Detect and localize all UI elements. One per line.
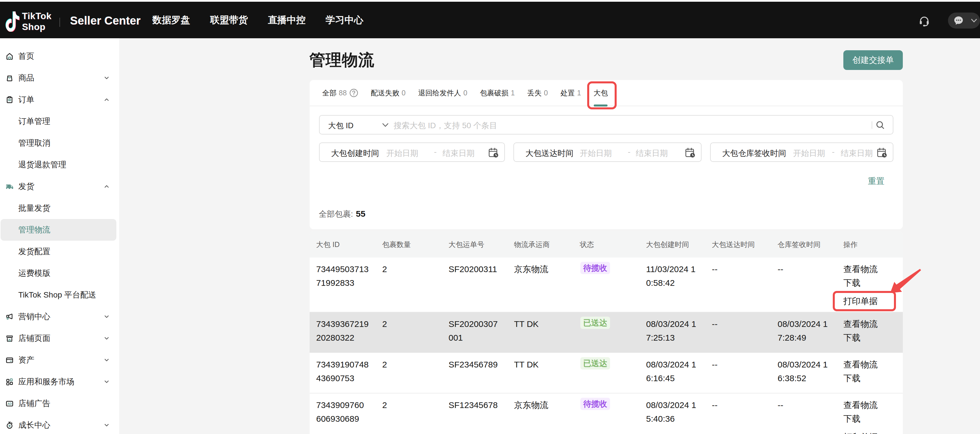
tab-delivery-failed[interactable]: 配送失败 0: [371, 80, 406, 106]
sidebar-item-label: 首页: [18, 51, 34, 62]
sidebar-item-shipping[interactable]: 发货: [0, 176, 119, 197]
column-header-package-id: 大包 ID: [310, 240, 375, 249]
sidebar-item-label: 批量发货: [18, 203, 50, 214]
sidebar-item-logistics-management[interactable]: 管理物流: [0, 219, 119, 241]
search-icon[interactable]: [876, 120, 885, 130]
date-range-dash: -: [628, 147, 630, 157]
sidebar-item-returns-refunds[interactable]: 退货退款管理: [0, 154, 119, 176]
sidebar-item-assets[interactable]: 资产: [0, 349, 119, 371]
sidebar-item-home[interactable]: 首页: [0, 45, 119, 67]
date-filter-package-created-time[interactable]: 大包创建时间 开始日期 - 结束日期: [319, 143, 505, 162]
sidebar-item-label: 店铺页面: [18, 333, 50, 344]
table-row[interactable]: 73449503713 71992833 2 SF20200311 京东物流 待…: [310, 258, 903, 312]
cell-signed-time: --: [771, 262, 837, 308]
wallet-icon: [6, 356, 13, 364]
topnav-item-academy[interactable]: 学习中心: [326, 14, 363, 27]
column-header-actions: 操作: [837, 240, 903, 249]
sidebar-item-shop-ads[interactable]: AD 店铺广告: [0, 393, 119, 414]
column-header-created-time: 大包创建时间: [640, 240, 705, 249]
cell-delivered-time: --: [705, 262, 771, 308]
sidebar-item-shipping-templates[interactable]: 运费模版: [0, 262, 119, 284]
start-date-placeholder[interactable]: 开始日期: [793, 148, 825, 159]
column-header-signed-time: 仓库签收时间: [771, 240, 837, 249]
cell-waybill: SF23456789: [442, 358, 508, 389]
action-download[interactable]: 下载: [843, 331, 903, 345]
sidebar-item-products[interactable]: 商品: [0, 67, 119, 89]
search-input[interactable]: 搜索大包 ID，支持 50 个条目: [394, 120, 497, 131]
annotation-arrow: [880, 257, 932, 300]
sidebar-item-label: 资产: [18, 355, 34, 366]
action-print-documents[interactable]: 打印单据: [843, 430, 903, 434]
brand-wordmark[interactable]: TikTokShop: [22, 11, 51, 32]
action-download[interactable]: 下载: [843, 412, 903, 426]
tab-lost[interactable]: 丢失 0: [527, 80, 548, 106]
sidebar-item-marketing[interactable]: 营销中心: [0, 306, 119, 328]
sidebar-item-shop-pages[interactable]: 店铺页面: [0, 328, 119, 349]
action-view-logistics[interactable]: 查看物流: [843, 317, 903, 331]
calendar-clock-icon[interactable]: [684, 147, 696, 158]
chevron-down-icon: [103, 378, 110, 385]
message-menu-button[interactable]: [948, 13, 980, 29]
start-date-placeholder[interactable]: 开始日期: [386, 148, 418, 159]
column-header-status: 状态: [573, 240, 640, 249]
end-date-placeholder[interactable]: 结束日期: [636, 148, 668, 159]
topbar: TikTokShop Seller Center 数据罗盘 联盟带货 直播中控 …: [0, 2, 980, 38]
sidebar-item-label: 成长中心: [18, 420, 50, 431]
sidebar-item-platform-fulfillment[interactable]: TikTok Shop 平台配送: [0, 284, 119, 306]
tiktok-logo-icon[interactable]: [5, 11, 20, 32]
sidebar-item-app-market[interactable]: 应用和服务市场: [0, 371, 119, 393]
logistics-table: 大包 ID 包裹数量 大包运单号 物流承运商 状态 大包创建时间 大包送达时间 …: [310, 231, 903, 434]
cell-package-id: 7343909760 606930689: [310, 398, 375, 434]
date-filter-package-delivered-time[interactable]: 大包送达时间 开始日期 - 结束日期: [514, 143, 702, 162]
chevron-down-icon: [103, 74, 110, 82]
bag-icon: [6, 74, 13, 82]
date-filter-warehouse-signed-time[interactable]: 大包仓库签收时间 开始日期 - 结束日期: [710, 143, 893, 162]
cell-actions: 查看物流 下载: [837, 317, 903, 348]
action-view-logistics[interactable]: 查看物流: [843, 358, 903, 371]
sidebar-item-label: 店铺广告: [18, 398, 50, 409]
sidebar-item-label: TikTok Shop 平台配送: [18, 290, 96, 300]
tab-disposal[interactable]: 处置 1: [560, 80, 581, 106]
sidebar-item-batch-shipping[interactable]: 批量发货: [0, 197, 119, 219]
sidebar: 首页 商品 订单 订单管理 管理取消 退货退款管理 发货 批量发货 管理物流 发…: [0, 38, 119, 434]
end-date-placeholder[interactable]: 结束日期: [442, 148, 474, 159]
sidebar-item-growth-center[interactable]: 成长中心: [0, 414, 119, 434]
topnav-item-compass[interactable]: 数据罗盘: [153, 14, 190, 27]
truck-icon: [6, 183, 13, 190]
main-area: 管理物流 创建交接单 全部 88 配送失败 0 退回给发件人 0 包裹破损 1: [119, 38, 980, 434]
create-handover-button[interactable]: 创建交接单: [843, 50, 903, 70]
package-summary: 全部包裹:55: [319, 209, 365, 220]
calendar-clock-icon[interactable]: [488, 147, 499, 158]
table-row[interactable]: 7343909760 606930689 2 SF12345678 京东物流 待…: [310, 393, 903, 434]
headset-icon[interactable]: [918, 15, 930, 27]
tab-package-damaged[interactable]: 包裹破损 1: [480, 80, 515, 106]
package-summary-label: 全部包裹:: [319, 209, 353, 219]
tab-all[interactable]: 全部 88: [322, 80, 358, 106]
sidebar-item-shipping-settings[interactable]: 发货配置: [0, 241, 119, 262]
cell-waybill: SF20200307 001: [442, 317, 508, 348]
topnav-item-affiliate[interactable]: 联盟带货: [210, 14, 248, 27]
search-field-select[interactable]: 大包 ID: [328, 120, 354, 131]
sidebar-item-orders[interactable]: 订单: [0, 89, 119, 111]
search-bar[interactable]: 大包 ID 搜索大包 ID，支持 50 个条目: [319, 115, 893, 135]
product-name[interactable]: Seller Center: [70, 14, 141, 27]
cell-created-time: 08/03/2024 1 7:25:13: [640, 317, 705, 348]
table-row[interactable]: 73439190748 43690753 2 SF23456789 TT DK …: [310, 353, 903, 393]
chevron-down-icon[interactable]: [382, 122, 389, 128]
column-header-package-count: 包裹数量: [375, 240, 442, 249]
calendar-clock-icon[interactable]: [876, 147, 888, 158]
end-date-placeholder[interactable]: 结束日期: [841, 148, 873, 159]
cell-carrier: TT DK: [508, 317, 573, 348]
tab-return-to-sender[interactable]: 退回给发件人 0: [418, 80, 468, 106]
sidebar-item-cancellations[interactable]: 管理取消: [0, 132, 119, 154]
table-row[interactable]: 73439367219 20280322 2 SF20200307 001 TT…: [310, 312, 903, 353]
sidebar-item-order-management[interactable]: 订单管理: [0, 111, 119, 132]
help-circle-icon[interactable]: [349, 89, 358, 97]
reset-link[interactable]: 重置: [868, 176, 885, 187]
topnav-item-live[interactable]: 直播中控: [268, 14, 305, 27]
action-view-logistics[interactable]: 查看物流: [843, 398, 903, 412]
chevron-up-icon: [103, 96, 110, 103]
start-date-placeholder[interactable]: 开始日期: [580, 148, 612, 159]
action-download[interactable]: 下载: [843, 371, 903, 385]
sidebar-item-label: 发货配置: [18, 246, 50, 257]
